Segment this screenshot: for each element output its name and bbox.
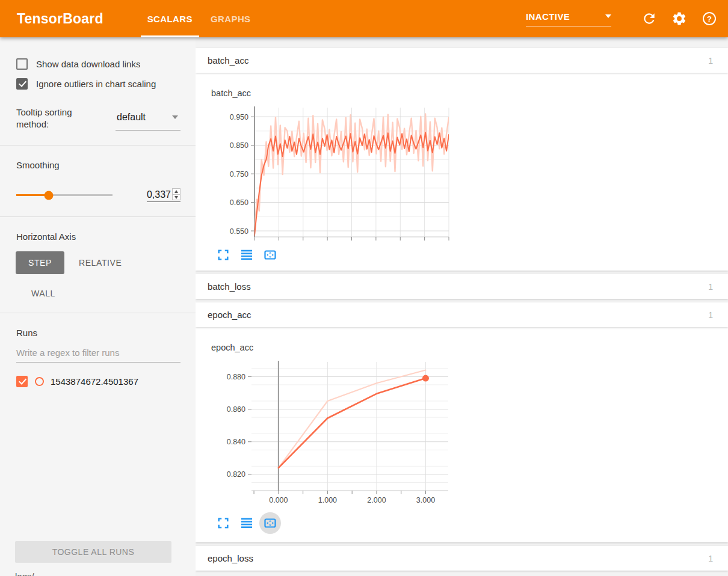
run-name: 1543874672.4501367: [51, 376, 138, 387]
smoothing-value-box: 0,337: [147, 188, 180, 202]
tooltip-sorting-value: default: [117, 112, 146, 123]
svg-text:0.860: 0.860: [227, 405, 245, 414]
axis-step-button[interactable]: STEP: [16, 251, 64, 274]
run-selector-icon[interactable]: [239, 248, 254, 262]
section-header-batch-acc[interactable]: batch_acc 1: [196, 48, 728, 73]
stepper-up-button[interactable]: [173, 189, 180, 194]
show-download-links-label: Show data download links: [36, 59, 140, 69]
chart-toolbar: [216, 512, 728, 534]
tab-scalars[interactable]: SCALARS: [138, 0, 202, 37]
toggle-all-runs-button[interactable]: TOGGLE ALL RUNS: [15, 541, 171, 563]
chart-title: epoch_acc: [211, 343, 728, 352]
chart-title: batch_acc: [211, 88, 728, 98]
svg-text:0.880: 0.880: [227, 373, 245, 381]
chevron-down-icon: [605, 14, 611, 18]
app-header: TensorBoard SCALARS GRAPHS INACTIVE ?: [0, 0, 728, 37]
section-title: batch_loss: [208, 281, 251, 292]
svg-text:0.750: 0.750: [230, 170, 248, 179]
gear-icon[interactable]: [671, 11, 687, 26]
tab-graphs[interactable]: GRAPHS: [202, 0, 260, 37]
section-header-epoch-acc[interactable]: epoch_acc 1: [196, 302, 728, 327]
svg-text:0.950: 0.950: [230, 113, 248, 121]
svg-text:2.000: 2.000: [367, 496, 386, 504]
stepper-down-button[interactable]: [173, 194, 180, 200]
topbar-right-group: INACTIVE ?: [526, 0, 717, 37]
horizontal-axis-label: Horizontal Axis: [16, 231, 196, 242]
divider: [0, 313, 196, 313]
smoothing-slider[interactable]: [16, 194, 113, 196]
axis-buttons-row: STEP RELATIVE: [16, 251, 196, 274]
section-title: batch_acc: [208, 55, 248, 66]
divider: [0, 145, 196, 146]
section-pane-epoch-acc: epoch_acc 0.8200.8400.8600.8800.0001.000…: [196, 327, 728, 542]
dashboard-main: batch_acc 1 batch_acc 0.5500.6500.7500.8…: [196, 37, 728, 576]
triangle-up-icon: [174, 190, 178, 193]
section-title: epoch_loss: [208, 553, 253, 563]
batch-acc-chart[interactable]: 0.5500.6500.7500.8500.950: [196, 102, 728, 242]
run-checkbox[interactable]: [16, 376, 28, 387]
ignore-outliers-label: Ignore outliers in chart scaling: [36, 79, 156, 89]
fullscreen-icon[interactable]: [216, 516, 230, 530]
divider: [0, 216, 196, 217]
fit-domain-icon[interactable]: [259, 512, 281, 534]
chevron-down-icon: [172, 115, 178, 119]
status-dropdown[interactable]: INACTIVE: [526, 11, 611, 26]
chart-svg: 0.8200.8400.8600.8800.0001.0002.0003.000: [196, 356, 452, 506]
smoothing-slider-thumb[interactable]: [45, 191, 54, 200]
svg-text:0.840: 0.840: [227, 438, 245, 446]
smoothing-value-input[interactable]: 0,337: [147, 189, 172, 200]
triangle-down-icon: [174, 196, 178, 199]
smoothing-slider-row: 0,337: [16, 188, 180, 202]
svg-text:0.820: 0.820: [227, 470, 245, 479]
chart-svg: 0.5500.6500.7500.8500.950: [196, 102, 452, 242]
sidebar-bottom-group: TOGGLE ALL RUNS logs/: [0, 541, 196, 576]
tooltip-sorting-label: Tooltip sorting method:: [16, 106, 87, 130]
tab-scalars-label: SCALARS: [147, 14, 193, 24]
logdir-label: logs/: [15, 571, 196, 576]
axis-relative-button[interactable]: RELATIVE: [79, 258, 122, 268]
section-count-badge: 1: [708, 282, 713, 292]
axis-wall-button[interactable]: WALL: [31, 289, 55, 298]
epoch-acc-chart[interactable]: 0.8200.8400.8600.8800.0001.0002.0003.000: [196, 356, 728, 506]
tooltip-sorting-row: Tooltip sorting method: default: [16, 106, 180, 130]
section-count-badge: 1: [708, 56, 713, 66]
svg-text:?: ?: [707, 14, 712, 23]
chart-toolbar: [216, 248, 728, 262]
tooltip-sorting-dropdown[interactable]: default: [116, 106, 180, 130]
svg-text:0.000: 0.000: [269, 496, 288, 504]
section-pane-batch-acc: batch_acc 0.5500.6500.7500.8500.950: [196, 73, 728, 271]
run-selector-icon[interactable]: [239, 516, 254, 530]
tab-graphs-label: GRAPHS: [211, 14, 251, 24]
runs-regex-input[interactable]: Write a regex to filter runs: [16, 348, 180, 363]
smoothing-stepper[interactable]: [172, 188, 180, 200]
section-count-badge: 1: [708, 554, 713, 563]
svg-text:3.000: 3.000: [416, 496, 435, 504]
help-icon[interactable]: ?: [702, 11, 717, 26]
ignore-outliers-checkbox[interactable]: [16, 78, 28, 90]
section-header-epoch-loss[interactable]: epoch_loss 1: [196, 546, 728, 571]
runs-regex-placeholder: Write a regex to filter runs: [16, 348, 119, 358]
smoothing-label: Smoothing: [16, 160, 196, 170]
svg-text:1.000: 1.000: [318, 496, 337, 504]
tab-bar: SCALARS GRAPHS: [138, 0, 260, 37]
show-download-links-checkbox-row[interactable]: Show data download links: [16, 58, 196, 70]
run-list-item[interactable]: 1543874672.4501367: [16, 376, 196, 387]
app-title: TensorBoard: [17, 11, 103, 27]
run-color-swatch[interactable]: [35, 377, 44, 386]
svg-text:0.650: 0.650: [230, 198, 248, 207]
svg-text:0.550: 0.550: [230, 227, 248, 236]
svg-text:0.850: 0.850: [230, 141, 248, 150]
status-dropdown-value: INACTIVE: [526, 11, 570, 22]
settings-sidebar: Show data download links Ignore outliers…: [0, 37, 196, 576]
section-title: epoch_acc: [208, 310, 251, 320]
section-count-badge: 1: [708, 310, 713, 320]
refresh-icon[interactable]: [641, 11, 657, 26]
show-download-links-checkbox[interactable]: [16, 58, 28, 70]
section-header-batch-loss[interactable]: batch_loss 1: [196, 274, 728, 299]
fit-domain-icon[interactable]: [263, 248, 277, 262]
ignore-outliers-checkbox-row[interactable]: Ignore outliers in chart scaling: [16, 78, 196, 90]
runs-label: Runs: [16, 328, 196, 338]
fullscreen-icon[interactable]: [216, 248, 230, 262]
